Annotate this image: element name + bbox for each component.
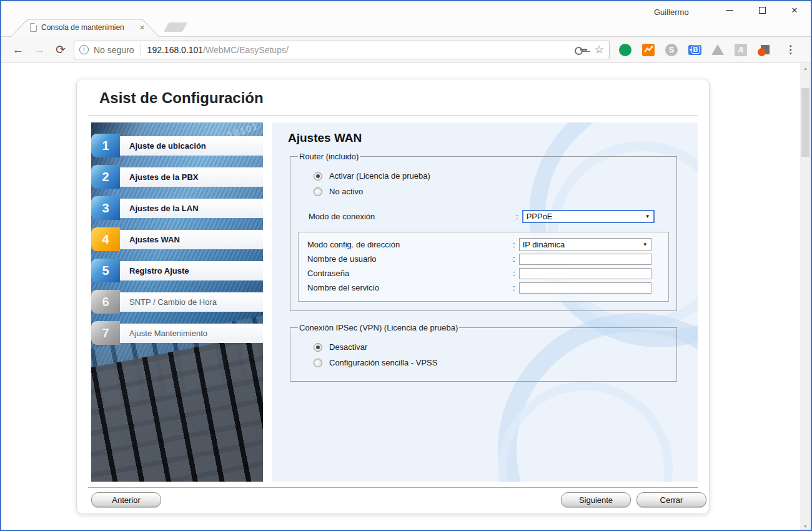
step-ajustes-wan[interactable]: 4 Ajustes WAN <box>91 227 263 251</box>
extensions-area: S B A ⋮ <box>615 43 805 57</box>
step-number: 5 <box>91 259 120 282</box>
vpn-group: Conexión IPSec (VPN) (Licencia de prueba… <box>290 323 677 382</box>
step-label: Ajustes WAN <box>120 230 263 249</box>
field-label: Nombre del servicio <box>307 283 513 292</box>
password-key-icon[interactable] <box>575 47 587 53</box>
step-number: 7 <box>91 321 120 345</box>
step-label: Ajuste Mantenimiento <box>120 324 263 343</box>
step-label: Registro Ajuste <box>120 261 263 280</box>
wizard-footer: Anterior Siguiente Cerrar <box>91 492 707 507</box>
step-label: Ajustes de la LAN <box>120 199 263 218</box>
password-field[interactable] <box>519 268 651 279</box>
field-label: Contraseña <box>307 269 513 278</box>
chevron-down-icon: ▼ <box>645 214 650 219</box>
security-label: No seguro <box>94 45 134 55</box>
minimize-button[interactable] <box>713 1 746 19</box>
radio-button[interactable] <box>314 187 322 196</box>
field-label: Modo de conexión <box>309 212 516 221</box>
back-button[interactable]: ← <box>7 41 29 59</box>
forward-button[interactable]: → <box>29 41 50 59</box>
cerrar-button[interactable]: Cerrar <box>636 492 706 507</box>
bookmark-star-icon[interactable]: ☆ <box>595 43 604 56</box>
radio-label: Desactivar <box>329 342 367 352</box>
radio-button[interactable] <box>314 359 322 367</box>
skype-extension-icon[interactable]: S <box>665 43 678 57</box>
router-group-legend: Router (incluido) <box>298 152 360 161</box>
wizard-steps: 1 Ajuste de ubicación 2 Ajustes de la PB… <box>91 134 263 352</box>
step-registro-ajuste[interactable]: 5 Registro Ajuste <box>91 259 263 282</box>
step-ajustes-de-la-pbx[interactable]: 2 Ajustes de la PBX <box>91 165 263 189</box>
scroll-down-icon[interactable]: ▼ <box>800 521 811 531</box>
wan-settings-panel: Ajustes WAN Router (incluido) Activar (L… <box>272 122 698 482</box>
step-number: 6 <box>91 290 120 314</box>
step-sntp-cambio-de-hora[interactable]: 6 SNTP / Cambio de Hora <box>91 290 263 314</box>
acrobat-extension-icon[interactable]: A <box>734 43 748 57</box>
step-ajuste-de-ubicacion[interactable]: 1 Ajuste de ubicación <box>91 134 263 157</box>
profile-name[interactable]: Guillermo <box>654 7 689 17</box>
wizard-card: Asist de Configuración 10101 1 Ajuste de… <box>76 79 710 514</box>
step-label: Ajuste de ubicación <box>120 136 263 156</box>
info-icon[interactable]: i <box>79 45 89 54</box>
address-mode-select[interactable]: IP dinámica ▼ <box>519 238 651 251</box>
wizard-sidebar: 10101 1 Ajuste de ubicación 2 Ajustes de… <box>91 122 263 482</box>
service-name-field[interactable] <box>519 282 651 294</box>
web-page: ▲ ▼ Asist de Configuración 10101 1 Ajust… <box>1 63 811 531</box>
step-label: SNTP / Cambio de Hora <box>120 292 263 312</box>
page-scrollbar[interactable]: ▲ ▼ <box>800 63 811 531</box>
step-number: 4 <box>91 227 120 251</box>
radio-label: Configuración sencilla - VPSS <box>329 358 437 367</box>
username-row: Nombre de usuario : <box>307 252 661 266</box>
field-label: Modo config. de dirección <box>307 240 513 249</box>
siguiente-button[interactable]: Siguiente <box>561 492 631 507</box>
radio-desactivar[interactable]: Desactivar <box>314 342 669 352</box>
pppoe-settings-box: Modo config. de dirección : IP dinámica … <box>298 232 669 302</box>
tab-title: Consola de mantenimien <box>41 23 134 32</box>
selected-value: PPPoE <box>527 212 553 221</box>
step-ajustes-de-la-lan[interactable]: 3 Ajustes de la LAN <box>91 196 263 220</box>
password-row: Contraseña : <box>307 266 661 280</box>
radio-button[interactable] <box>314 172 322 181</box>
office-extension-icon[interactable] <box>757 43 771 57</box>
radio-label: No activo <box>329 187 363 196</box>
scroll-up-icon[interactable]: ▲ <box>800 63 811 74</box>
maximize-button[interactable] <box>746 1 778 19</box>
radio-activar[interactable]: Activar (Licencia de prueba) <box>314 171 669 181</box>
page-title: Asist de Configuración <box>99 89 709 107</box>
address-bar[interactable]: i No seguro 192.168.0.101/WebMC/EasySetu… <box>74 41 610 59</box>
tab-close-icon[interactable]: ✕ <box>139 24 145 32</box>
analytics-extension-icon[interactable] <box>641 43 655 57</box>
close-button[interactable]: ✕ <box>778 1 811 19</box>
chevron-down-icon: ▼ <box>643 242 648 247</box>
tag-extension-icon[interactable]: B <box>688 43 701 57</box>
radio-button[interactable] <box>314 343 322 352</box>
url-text[interactable]: 192.168.0.101/WebMC/EasySetups/ <box>147 45 289 55</box>
scrollbar-thumb[interactable] <box>801 88 810 157</box>
browser-menu-icon[interactable]: ⋮ <box>780 43 801 56</box>
hangouts-extension-icon[interactable] <box>618 43 632 57</box>
step-number: 1 <box>91 134 120 157</box>
step-label: Ajustes de la PBX <box>120 167 263 187</box>
connection-mode-select[interactable]: PPPoE ▼ <box>522 210 655 223</box>
username-field[interactable] <box>519 254 651 265</box>
router-group: Router (incluido) Activar (Licencia de p… <box>290 152 677 311</box>
radio-configuracion-sencilla[interactable]: Configuración sencilla - VPSS <box>314 358 669 367</box>
new-tab-button[interactable] <box>164 22 187 32</box>
section-heading: Ajustes WAN <box>288 131 698 145</box>
window-controls: ✕ <box>713 1 811 19</box>
reload-button[interactable]: ⟳ <box>50 41 71 59</box>
anterior-button[interactable]: Anterior <box>91 492 161 507</box>
url-path: /WebMC/EasySetups/ <box>203 45 289 55</box>
connection-mode-row: Modo de conexión : PPPoE ▼ <box>298 210 669 223</box>
radio-label: Activar (Licencia de prueba) <box>329 171 430 181</box>
radio-no-activo[interactable]: No activo <box>314 187 669 196</box>
drive-extension-icon[interactable] <box>711 43 725 57</box>
selected-value: IP dinámica <box>523 240 565 249</box>
footer-divider <box>88 487 698 488</box>
step-number: 3 <box>91 196 120 220</box>
page-favicon-icon <box>30 23 37 32</box>
browser-tab[interactable]: Consola de mantenimien ✕ <box>10 19 160 37</box>
browser-toolbar: ← → ⟳ i No seguro 192.168.0.101/WebMC/Ea… <box>1 37 811 63</box>
step-ajuste-mantenimiento[interactable]: 7 Ajuste Mantenimiento <box>91 321 263 345</box>
title-divider <box>88 116 698 116</box>
address-mode-row: Modo config. de dirección : IP dinámica … <box>307 237 661 252</box>
